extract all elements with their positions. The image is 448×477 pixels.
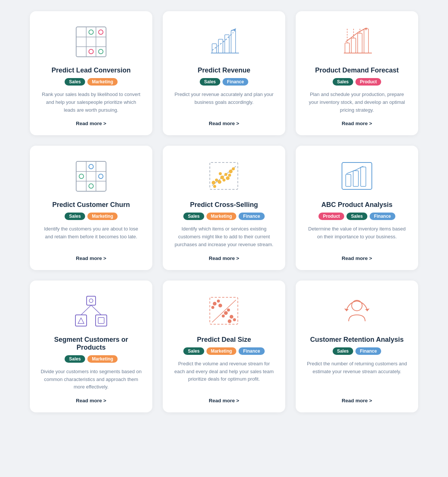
svg-marker-55: [78, 318, 84, 323]
svg-point-45: [232, 167, 235, 170]
read-more-link[interactable]: Read more >: [342, 398, 372, 403]
svg-rect-19: [358, 33, 362, 53]
card-title: Product Demand Forecast: [315, 66, 399, 74]
tag-sales: Sales: [65, 355, 85, 363]
tag-sales: Sales: [346, 213, 367, 220]
card-title: Segment Customers or Products: [40, 336, 142, 351]
card-description: Predict your revenue accurately and plan…: [173, 91, 275, 114]
svg-point-44: [229, 170, 233, 173]
svg-point-63: [217, 300, 220, 303]
card-description: Identify the customers you are about to …: [40, 225, 142, 248]
tag-finance: Finance: [355, 347, 381, 355]
svg-rect-52: [87, 296, 96, 305]
card-predict-deal-size: Predict Deal Size Sales Marketing Financ…: [163, 281, 285, 412]
svg-marker-73: [344, 309, 349, 311]
read-more-link[interactable]: Read more >: [76, 398, 106, 403]
read-more-link[interactable]: Read more >: [76, 255, 106, 261]
card-description: Determine the value of inventory items b…: [306, 225, 408, 248]
svg-point-68: [227, 309, 230, 312]
svg-rect-54: [75, 315, 87, 326]
card-title: Predict Customer Churn: [52, 201, 130, 209]
card-title: ABC Product Analysis: [321, 201, 392, 209]
svg-point-38: [218, 180, 221, 184]
card-icon-deal-size: [202, 292, 246, 330]
card-segment-customers-products: Segment Customers or Products Sales Mark…: [30, 281, 152, 412]
card-title: Predict Deal Size: [197, 336, 251, 344]
svg-point-36: [212, 181, 215, 185]
card-tags: Sales Finance: [200, 78, 249, 86]
tag-marketing: Marketing: [87, 355, 118, 363]
card-tags: Sales Marketing: [65, 213, 118, 220]
svg-rect-0: [76, 27, 106, 57]
tag-product: Product: [318, 213, 344, 220]
svg-point-43: [223, 179, 225, 182]
svg-point-64: [211, 306, 214, 309]
svg-rect-49: [346, 174, 351, 186]
card-tags: Sales Finance: [333, 347, 382, 355]
svg-rect-10: [212, 44, 217, 53]
card-description: Divide your customers into segments base…: [40, 368, 142, 391]
svg-rect-13: [231, 30, 236, 53]
tag-sales: Sales: [333, 347, 353, 355]
tag-sales: Sales: [183, 213, 204, 220]
svg-point-37: [215, 179, 218, 182]
svg-rect-51: [361, 167, 366, 186]
svg-rect-56: [96, 315, 107, 326]
svg-point-5: [89, 30, 93, 34]
svg-line-58: [81, 305, 91, 315]
read-more-link[interactable]: Read more >: [209, 121, 239, 126]
card-icon-retention: [335, 292, 379, 330]
card-tags: Sales Marketing: [65, 78, 118, 86]
svg-rect-11: [218, 39, 223, 53]
card-description: Predict the number of returning customer…: [306, 360, 408, 391]
card-description: Plan and schedule your production, prepa…: [306, 91, 408, 114]
tag-finance: Finance: [239, 347, 264, 355]
card-tags: Sales Marketing Finance: [183, 213, 264, 220]
svg-marker-74: [365, 309, 370, 311]
card-description: Predict the volume and revenue stream fo…: [173, 360, 275, 391]
card-predict-revenue: Predict Revenue Sales Finance Predict yo…: [163, 11, 285, 135]
svg-point-32: [79, 174, 84, 179]
read-more-link[interactable]: Read more >: [209, 398, 239, 403]
svg-line-59: [91, 305, 101, 315]
tag-finance: Finance: [223, 78, 248, 86]
tag-marketing: Marketing: [206, 347, 237, 355]
svg-point-31: [99, 174, 103, 179]
read-more-link[interactable]: Read more >: [342, 121, 372, 126]
svg-point-53: [89, 299, 93, 303]
card-customer-retention-analysis: Customer Retention Analysis Sales Financ…: [296, 281, 418, 412]
card-tags: Sales Product: [333, 78, 382, 86]
svg-point-42: [226, 176, 230, 180]
svg-point-62: [213, 302, 217, 306]
card-tags: Sales Marketing Finance: [183, 347, 264, 355]
tag-marketing: Marketing: [87, 78, 118, 86]
svg-rect-50: [353, 171, 358, 186]
tag-finance: Finance: [370, 213, 395, 220]
read-more-link[interactable]: Read more >: [209, 255, 239, 261]
card-tags: Sales Marketing: [65, 355, 118, 363]
svg-rect-18: [351, 38, 356, 53]
svg-point-8: [89, 49, 93, 54]
card-icon-revenue: [202, 23, 246, 61]
svg-rect-48: [342, 162, 372, 189]
read-more-link[interactable]: Read more >: [342, 255, 372, 261]
svg-point-41: [224, 173, 227, 176]
svg-point-65: [218, 304, 222, 307]
svg-point-69: [230, 315, 233, 319]
svg-rect-25: [76, 161, 106, 191]
card-predict-customer-churn: Predict Customer Churn Sales Marketing I…: [30, 146, 152, 270]
svg-point-70: [233, 318, 236, 321]
tag-marketing: Marketing: [206, 213, 237, 220]
card-icon-customer-churn: [69, 158, 113, 195]
read-more-link[interactable]: Read more >: [76, 121, 106, 126]
svg-point-46: [219, 172, 222, 175]
tag-marketing: Marketing: [87, 213, 118, 220]
svg-rect-17: [345, 43, 349, 53]
card-predict-cross-selling: Predict Cross-Selling Sales Marketing Fi…: [163, 146, 285, 270]
svg-point-6: [99, 49, 103, 54]
card-icon-cross-selling: [202, 158, 246, 195]
tag-finance: Finance: [239, 213, 264, 220]
card-description: Rank your sales leads by likelihood to c…: [40, 91, 142, 114]
card-tags: Product Sales Finance: [318, 213, 395, 220]
card-product-demand-forecast: Product Demand Forecast Sales Product Pl…: [296, 11, 418, 135]
